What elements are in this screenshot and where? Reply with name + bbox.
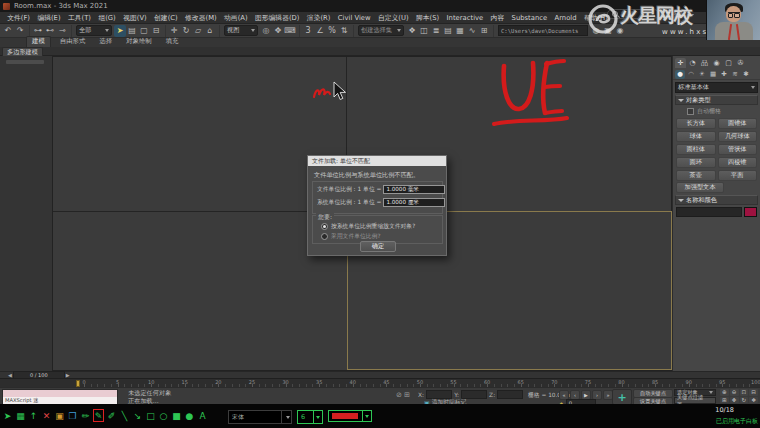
rendered-frame-icon[interactable]: ▣ <box>602 25 614 37</box>
pointer-tool-icon[interactable]: ➤ <box>2 409 13 422</box>
ribbon-tab[interactable]: 对象绘制 <box>121 37 157 47</box>
helpers-category-icon[interactable]: ✚ <box>719 70 729 79</box>
fov-icon[interactable]: ⊟ <box>749 389 758 396</box>
annotation-size-dropdown[interactable]: 6 <box>297 410 323 424</box>
primitive-button[interactable]: 长方体 <box>676 118 716 129</box>
save-tool-icon[interactable]: ▣ <box>54 409 65 422</box>
unlink-icon[interactable]: ⊷ <box>44 25 56 37</box>
upload-icon[interactable]: ↑ <box>28 409 39 422</box>
menu-item[interactable]: 创建(C) <box>151 13 181 23</box>
search-input[interactable]: 搜索 <box>607 9 659 19</box>
render-icon[interactable]: ◉ <box>614 25 626 37</box>
systems-category-icon[interactable]: ✱ <box>741 70 751 79</box>
menu-item[interactable]: Civil View <box>335 14 374 22</box>
rotate-icon[interactable]: ↻ <box>180 25 192 37</box>
menu-item[interactable]: 文件(F) <box>4 13 33 23</box>
workspace-selector[interactable]: 工作区 <box>666 11 694 20</box>
menu-item[interactable]: 自定义(U) <box>375 13 412 23</box>
primitive-button[interactable]: 四棱锥 <box>718 157 758 168</box>
name-color-rollout[interactable]: 名称和颜色 <box>675 195 758 205</box>
schematic-view-icon[interactable]: ⊞ <box>478 25 490 37</box>
layer-manager-icon[interactable]: ▤ <box>442 25 454 37</box>
dialog-title[interactable]: 文件加载: 单位不匹配 <box>308 156 446 166</box>
align-icon[interactable]: ≣ <box>430 25 442 37</box>
macro-recorder-lane[interactable] <box>3 390 117 397</box>
cameras-category-icon[interactable]: ▦ <box>708 70 718 79</box>
pen-tool-icon[interactable]: ✎ <box>93 409 104 422</box>
display-tab-icon[interactable]: ▢ <box>723 58 734 68</box>
z-coordinate-field[interactable] <box>497 390 523 399</box>
render-setup-icon[interactable]: ◍ <box>590 25 602 37</box>
move-icon[interactable]: ✛ <box>168 25 180 37</box>
track-bar[interactable]: 0510152025303540455055606570758085909510… <box>0 378 760 387</box>
geometry-category-icon[interactable]: ● <box>675 70 685 79</box>
scale-icon[interactable]: ▱ <box>192 25 204 37</box>
adopt-file-units-radio[interactable] <box>321 233 328 240</box>
primitive-button[interactable]: 管状体 <box>718 144 758 155</box>
ellipse-tool-icon[interactable]: ○ <box>158 409 169 422</box>
zoom-all-icon[interactable]: ⊖ <box>730 389 739 396</box>
primitive-button[interactable]: 平面 <box>718 170 758 181</box>
redo-icon[interactable]: ↷ <box>14 25 26 37</box>
motion-tab-icon[interactable]: ◉ <box>711 58 722 68</box>
manipulate-icon[interactable]: ✥ <box>272 25 284 37</box>
filled-circle-tool-icon[interactable]: ● <box>184 409 195 422</box>
absolute-offset-icon[interactable]: ⊞ <box>404 391 410 399</box>
side-panel-handle[interactable] <box>6 60 44 64</box>
ribbon-tab[interactable]: 自由形式 <box>55 37 91 47</box>
orbit-icon[interactable]: ↻ <box>740 397 749 404</box>
project-path-field[interactable]: C:\Users\dave\Documents <box>498 25 588 36</box>
angle-snap-icon[interactable]: ∠ <box>314 25 326 37</box>
reference-coordinate-dropdown[interactable]: 视图 <box>224 25 258 36</box>
bind-spacewarp-icon[interactable]: ⊸ <box>56 25 68 37</box>
undo-icon[interactable]: ↶ <box>2 25 14 37</box>
ribbon-tab[interactable]: 选择 <box>94 37 117 47</box>
ribbon-tab[interactable]: 填充 <box>161 37 184 47</box>
object-color-swatch[interactable] <box>744 207 757 217</box>
selection-filter-dropdown[interactable]: 全部 <box>76 25 112 36</box>
keyboard-override-icon[interactable]: ⌨ <box>284 25 296 37</box>
text-tool-icon[interactable]: A <box>197 409 208 422</box>
primitive-button[interactable]: 茶壶 <box>676 170 716 181</box>
primitive-button[interactable]: 球体 <box>676 131 716 142</box>
primitive-category-dropdown[interactable]: 标准基本体 <box>675 82 758 93</box>
primitive-button[interactable]: 圆柱体 <box>676 144 716 155</box>
maximize-viewport-icon[interactable]: ❖ <box>749 397 758 404</box>
menu-item[interactable]: 视图(V) <box>120 13 150 23</box>
menu-item[interactable]: 组(G) <box>95 13 119 23</box>
window-crossing-icon[interactable]: ⊟ <box>150 25 162 37</box>
whiteboard-icon[interactable]: ▦ <box>15 409 26 422</box>
highlighter-tool-icon[interactable]: ✐ <box>106 409 117 422</box>
menu-item[interactable]: Interactive <box>443 14 486 22</box>
selection-lock-icon[interactable]: ⊘ <box>396 391 402 399</box>
ribbon-tab[interactable]: 建模 <box>26 36 51 47</box>
maxscript-mini-listener[interactable]: MAXScript 迷 <box>2 389 118 405</box>
line-tool-icon[interactable]: ╲ <box>119 409 130 422</box>
annotation-color-dropdown[interactable] <box>328 410 372 422</box>
curve-editor-icon[interactable]: ∿ <box>466 25 478 37</box>
object-name-field[interactable] <box>676 207 742 217</box>
textplus-button[interactable]: 加强型文本 <box>676 182 724 193</box>
arrow-tool-icon[interactable]: ↘ <box>132 409 143 422</box>
menu-item[interactable]: 渲染(R) <box>304 13 334 23</box>
menu-item[interactable]: 脚本(S) <box>413 13 443 23</box>
object-type-rollout[interactable]: 对象类型 <box>675 95 758 105</box>
placement-icon[interactable]: ⌂ <box>204 25 216 37</box>
primitive-button[interactable]: 圆锥体 <box>718 118 758 129</box>
shapes-category-icon[interactable]: ◠ <box>686 70 696 79</box>
autogrid-checkbox[interactable] <box>687 108 694 115</box>
spacewarps-category-icon[interactable]: ≋ <box>730 70 740 79</box>
rect-tool-icon[interactable]: □ <box>145 409 156 422</box>
pivot-center-icon[interactable]: ◎ <box>260 25 272 37</box>
select-object-icon[interactable]: ➤ <box>114 25 126 37</box>
time-slider-marker[interactable] <box>76 380 80 387</box>
zoom-icon[interactable]: ⊕ <box>720 389 729 396</box>
ok-button[interactable]: 确定 <box>360 241 396 252</box>
lights-category-icon[interactable]: ☀ <box>697 70 707 79</box>
utilities-tab-icon[interactable]: ✇ <box>735 58 746 68</box>
rescale-radio[interactable] <box>321 223 328 230</box>
modify-tab-icon[interactable]: ◔ <box>687 58 698 68</box>
mirror-icon[interactable]: ◫ <box>418 25 430 37</box>
menu-item[interactable]: Substance <box>508 14 550 22</box>
open-tool-icon[interactable]: ❐ <box>67 409 78 422</box>
